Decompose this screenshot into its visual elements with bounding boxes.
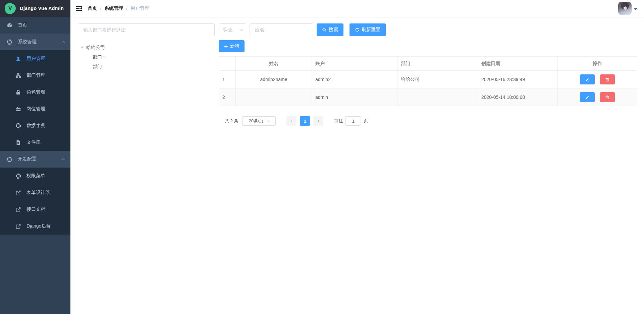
sidebar-item-label: 权限菜单 xyxy=(26,173,45,179)
col-name: 姓名 xyxy=(236,57,312,71)
sidebar-item-file-library[interactable]: 文件库 xyxy=(0,134,70,151)
chevron-up-icon xyxy=(62,158,65,162)
sidebar-item-label: 接口文档 xyxy=(26,206,45,212)
next-page-button[interactable] xyxy=(313,116,323,126)
sidebar-item-post-management[interactable]: 岗位管理 xyxy=(0,101,70,117)
cell-created-date: 2020-05-16 23:39:49 xyxy=(478,71,558,88)
name-filter-input[interactable] xyxy=(250,23,313,36)
breadcrumb: 首页 / 系统管理 / 用户管理 xyxy=(88,5,149,11)
sidebar-item-department-management[interactable]: 部门管理 xyxy=(0,67,70,84)
sidebar-item-label: 表单设计器 xyxy=(26,190,50,196)
chevron-left-icon xyxy=(291,120,293,122)
cell-index: 1 xyxy=(219,71,236,88)
refresh-reset-button-label: 刷新重置 xyxy=(362,27,380,33)
lock-icon xyxy=(15,89,21,95)
tree-node-label: 哈哈公司 xyxy=(86,45,105,51)
page-size-select[interactable]: 20条/页 xyxy=(242,116,276,126)
tree-node-dept1[interactable]: 部门一 xyxy=(78,52,215,62)
external-link-icon xyxy=(15,224,21,229)
delete-button[interactable] xyxy=(600,74,615,84)
component-icon xyxy=(7,39,12,45)
sidebar-item-label: 岗位管理 xyxy=(26,106,45,112)
breadcrumb-current: 用户管理 xyxy=(130,5,149,11)
cell-index: 2 xyxy=(219,88,236,106)
breadcrumb-home[interactable]: 首页 xyxy=(88,5,97,11)
top-navbar: 首页 / 系统管理 / 用户管理 xyxy=(70,0,644,17)
user-table-panel: 状态 搜索 xyxy=(219,23,637,314)
sidebar-item-label: 角色管理 xyxy=(26,89,45,95)
pager: 1 xyxy=(286,116,323,126)
prev-page-button[interactable] xyxy=(286,116,297,126)
component-icon xyxy=(15,123,21,129)
sidebar-item-label: 用户管理 xyxy=(26,56,45,62)
sidebar-item-label: 系统管理 xyxy=(18,39,37,45)
logo-bar[interactable]: V Django Vue Admin xyxy=(0,0,70,17)
table-row: 2 admin 2020-05-14 18:00:08 xyxy=(219,88,637,106)
sidebar-item-label: 部门管理 xyxy=(26,72,45,78)
caret-down-icon[interactable] xyxy=(80,47,84,49)
goto-page: 前往 页 xyxy=(334,116,368,126)
cell-account: admin2 xyxy=(312,71,397,88)
add-user-button[interactable]: 新增 xyxy=(219,40,245,52)
goto-page-input[interactable] xyxy=(345,116,361,126)
department-tree: 哈哈公司 部门一 部门二 xyxy=(78,43,215,71)
filter-row: 状态 搜索 xyxy=(219,23,637,36)
page-content: 哈哈公司 部门一 部门二 状态 xyxy=(70,17,644,314)
cell-department xyxy=(397,88,478,106)
component-icon xyxy=(7,156,12,162)
sidebar-item-system-management[interactable]: 系统管理 xyxy=(0,34,70,50)
cell-actions xyxy=(558,71,637,88)
sidebar-item-data-dictionary[interactable]: 数据字典 xyxy=(0,117,70,134)
page-number-1[interactable]: 1 xyxy=(300,116,310,126)
user-table: 姓名 账户 部门 创建日期 操作 1 admin2name admin2 哈哈公 xyxy=(219,56,637,106)
dev-config-submenu: 权限菜单 表单设计器 接口文档 xyxy=(0,168,70,235)
tree-node-dept2[interactable]: 部门二 xyxy=(78,62,215,71)
breadcrumb-separator: / xyxy=(100,6,101,11)
sidebar-item-label: 文件库 xyxy=(26,139,41,145)
sidebar-item-form-designer[interactable]: 表单设计器 xyxy=(0,184,70,201)
sidebar-item-user-management[interactable]: 用户管理 xyxy=(0,50,70,67)
refresh-reset-button[interactable]: 刷新重置 xyxy=(350,23,386,36)
sidebar-item-label: 数据字典 xyxy=(26,123,45,129)
avatar[interactable] xyxy=(618,2,632,15)
department-filter-input[interactable] xyxy=(78,23,215,36)
edit-pencil-icon xyxy=(585,95,590,100)
chevron-right-icon xyxy=(317,120,319,122)
document-icon xyxy=(15,140,21,145)
refresh-icon xyxy=(355,27,360,32)
caret-down-icon[interactable] xyxy=(634,8,637,10)
sidebar: V Django Vue Admin 首页 系统管理 xyxy=(0,0,70,314)
chevron-up-icon xyxy=(62,41,65,44)
app-root: V Django Vue Admin 首页 系统管理 xyxy=(0,0,644,314)
sidebar-item-label: Django后台 xyxy=(26,223,51,229)
edit-button[interactable] xyxy=(580,74,595,84)
status-select[interactable]: 状态 xyxy=(219,23,246,36)
sidebar-item-api-docs[interactable]: 接口文档 xyxy=(0,201,70,218)
breadcrumb-separator: / xyxy=(126,6,127,11)
navbar-right xyxy=(618,2,637,15)
main-area: 首页 / 系统管理 / 用户管理 哈哈公司 部 xyxy=(70,0,644,314)
delete-button[interactable] xyxy=(600,92,615,102)
trash-icon xyxy=(605,77,609,82)
pagination-total: 共 2 条 xyxy=(225,118,238,124)
sidebar-item-home[interactable]: 首页 xyxy=(0,17,70,34)
col-created-date: 创建日期 xyxy=(478,57,558,71)
cell-created-date: 2020-05-14 18:00:08 xyxy=(478,88,558,106)
sidebar-item-dev-config[interactable]: 开发配置 xyxy=(0,151,70,168)
sidebar-item-label: 首页 xyxy=(18,22,27,28)
col-account: 账户 xyxy=(312,57,397,71)
tree-node-company[interactable]: 哈哈公司 xyxy=(78,43,215,52)
cell-name: admin2name xyxy=(236,71,312,88)
col-index xyxy=(219,57,236,71)
sidebar-item-permission-menu[interactable]: 权限菜单 xyxy=(0,168,70,184)
sidebar-item-django-backend[interactable]: Django后台 xyxy=(0,218,70,235)
breadcrumb-system[interactable]: 系统管理 xyxy=(104,5,123,11)
chevron-down-icon xyxy=(240,27,243,31)
edit-button[interactable] xyxy=(580,92,595,102)
sidebar-item-role-management[interactable]: 角色管理 xyxy=(0,84,70,101)
tree-icon xyxy=(15,73,21,78)
hamburger-icon[interactable] xyxy=(75,5,82,12)
page-size-label: 20条/页 xyxy=(249,118,263,124)
trash-icon xyxy=(605,95,609,100)
search-button[interactable]: 搜索 xyxy=(317,23,343,36)
